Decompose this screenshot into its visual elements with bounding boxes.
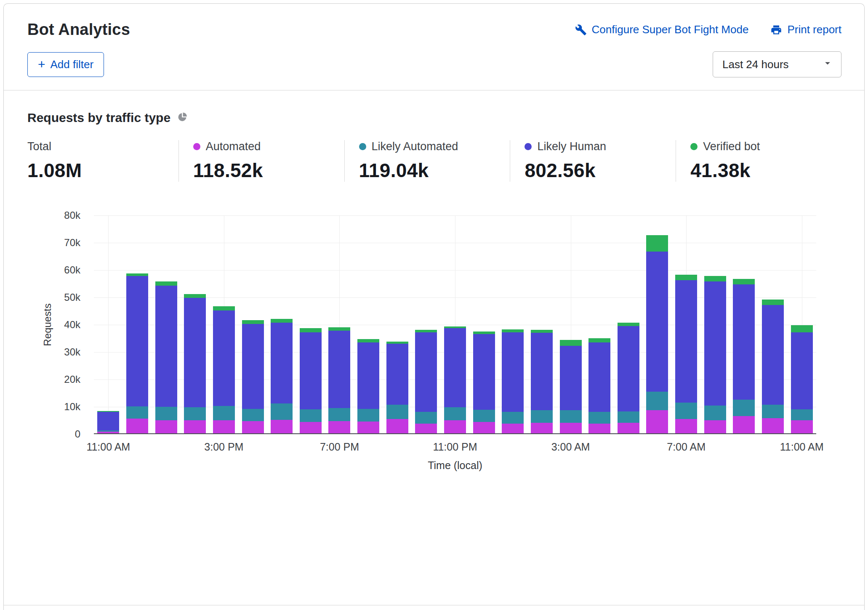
- stacked-bar: [762, 300, 784, 433]
- bar-slot: [210, 215, 239, 433]
- x-tick-label: 3:00 PM: [204, 441, 243, 453]
- bar-segment-automated: [126, 419, 148, 433]
- bar-segment-automated: [328, 421, 350, 433]
- bar-segment-verified-bot: [646, 235, 668, 252]
- time-range-value: Last 24 hours: [722, 58, 789, 71]
- configure-super-bot-fight-mode-link[interactable]: Configure Super Bot Fight Mode: [575, 23, 749, 36]
- bar-slot: [614, 215, 643, 433]
- bar-segment-verified-bot: [242, 320, 264, 324]
- bar-slot: [700, 215, 730, 433]
- add-filter-label: Add filter: [51, 58, 94, 71]
- bar-segment-likely-automated: [675, 403, 697, 419]
- bar-segment-automated: [357, 422, 379, 433]
- bar-segment-automated: [791, 420, 813, 433]
- bar-segment-automated: [444, 420, 466, 433]
- stacked-bar: [675, 275, 697, 433]
- bar-segment-automated: [300, 422, 322, 433]
- stacked-bar: [386, 342, 408, 433]
- stacked-bar: [473, 332, 495, 433]
- x-tick-label: 11:00 AM: [86, 441, 130, 453]
- bar-segment-likely-human: [386, 344, 408, 405]
- stacked-bar: [588, 338, 610, 433]
- bar-segment-likely-human: [618, 326, 639, 411]
- x-axis-labels: 11:00 AM3:00 PM7:00 PM11:00 PM3:00 AM7:0…: [94, 436, 816, 454]
- bar-segment-automated: [675, 419, 697, 433]
- bar-segment-likely-automated: [155, 407, 177, 421]
- bar-segment-likely-automated: [184, 407, 206, 420]
- time-range-select[interactable]: Last 24 hours: [713, 51, 841, 77]
- bar-segment-likely-automated: [126, 406, 148, 419]
- bar-segment-automated: [155, 420, 177, 433]
- bar-segment-likely-human: [502, 332, 524, 412]
- chevron-down-icon: [822, 57, 833, 72]
- bar-segment-likely-human: [126, 276, 148, 406]
- bar-segment-automated: [531, 423, 553, 433]
- bar-slot: [152, 215, 181, 433]
- header-links: Configure Super Bot Fight Mode Print rep…: [575, 23, 841, 36]
- stacked-bar: [646, 235, 668, 433]
- x-tick-label: 11:00 PM: [433, 441, 477, 453]
- legend-dot: [193, 143, 200, 150]
- bar-segment-verified-bot: [155, 281, 177, 286]
- bar-segment-likely-human: [242, 324, 264, 409]
- stacked-bar: [704, 276, 726, 433]
- bar-segment-verified-bot: [704, 276, 726, 281]
- bar-segment-automated: [733, 416, 755, 433]
- plot-area: [94, 215, 816, 434]
- bar-slot: [556, 215, 585, 433]
- stacked-bar: [618, 323, 639, 433]
- stat-label: Likely Human: [537, 140, 606, 153]
- stacked-bar: [444, 326, 466, 433]
- stat-likely-human: Likely Human802.56k: [510, 140, 676, 182]
- bar-segment-likely-automated: [791, 409, 813, 421]
- y-tick-label: 60k: [64, 264, 80, 276]
- bar-segment-likely-human: [300, 332, 322, 409]
- bar-segment-verified-bot: [762, 300, 784, 305]
- bars: [94, 215, 816, 433]
- bar-slot: [672, 215, 701, 433]
- bar-segment-automated: [97, 432, 119, 433]
- plus-icon: +: [38, 60, 45, 69]
- card-header: Bot Analytics Configure Super Bot Fight …: [4, 4, 864, 90]
- section-title: Requests by traffic type: [27, 111, 170, 125]
- print-report-link[interactable]: Print report: [770, 23, 841, 36]
- bar-segment-verified-bot: [675, 275, 697, 280]
- stat-total: Total1.08M: [27, 140, 178, 182]
- bar-segment-automated: [560, 423, 582, 433]
- bar-segment-verified-bot: [560, 340, 582, 346]
- bar-segment-likely-automated: [762, 405, 784, 418]
- add-filter-button[interactable]: + Add filter: [27, 52, 104, 77]
- bar-segment-likely-human: [357, 342, 379, 409]
- y-tick-label: 40k: [64, 319, 80, 331]
- bar-slot: [383, 215, 412, 433]
- stat-verified-bot: Verified bot41.38k: [676, 140, 841, 182]
- page-title: Bot Analytics: [27, 21, 130, 39]
- bar-segment-likely-automated: [415, 412, 437, 424]
- bar-segment-likely-human: [155, 286, 177, 407]
- card-body: Requests by traffic type Total1.08MAutom…: [4, 90, 864, 485]
- bar-segment-likely-automated: [357, 409, 379, 422]
- bar-segment-automated: [646, 410, 668, 433]
- bar-segment-likely-human: [791, 332, 813, 409]
- bar-slot: [267, 215, 296, 433]
- stat-value: 41.38k: [690, 159, 841, 182]
- bar-segment-automated: [762, 418, 784, 433]
- bar-slot: [498, 215, 527, 433]
- stat-label: Verified bot: [703, 140, 760, 153]
- bar-segment-automated: [271, 420, 293, 433]
- bar-segment-automated: [588, 424, 610, 433]
- bar-slot: [412, 215, 441, 433]
- legend-dot: [525, 143, 532, 150]
- bar-segment-likely-automated: [386, 405, 408, 419]
- y-tick-label: 20k: [64, 374, 80, 385]
- configure-link-label: Configure Super Bot Fight Mode: [592, 23, 749, 36]
- stacked-bar: [155, 281, 177, 433]
- bar-segment-likely-human: [473, 334, 495, 410]
- bar-segment-likely-human: [588, 342, 610, 412]
- bar-segment-likely-automated: [704, 406, 726, 421]
- stacked-bar: [271, 319, 293, 433]
- bar-segment-automated: [386, 419, 408, 433]
- bar-segment-likely-human: [762, 305, 784, 405]
- y-tick-label: 50k: [64, 292, 80, 303]
- y-tick-label: 80k: [64, 210, 80, 221]
